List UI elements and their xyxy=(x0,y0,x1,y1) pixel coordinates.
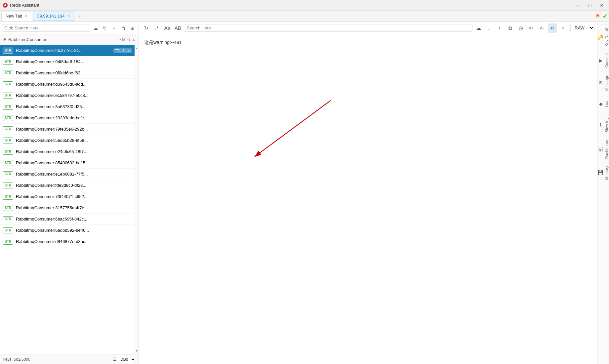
key-detail-label: Key Detail xyxy=(605,28,609,46)
tab-ip[interactable]: 39.99.141.194 ✕ xyxy=(33,12,74,21)
refresh-value-button[interactable]: ↻ xyxy=(142,23,151,33)
nav-up-button[interactable]: ↑ xyxy=(495,23,504,33)
key-list-item[interactable]: STRRabbitmqConsumer:29283edd-bcfc... xyxy=(0,112,135,124)
scroll-up-icon[interactable]: ▲ xyxy=(131,37,136,42)
key-list-item[interactable]: STRRabbitmqConsumer:79fe35e6-292b... xyxy=(0,124,135,135)
list-view-icon[interactable]: ☰ xyxy=(113,357,117,362)
sidebar-tab-dashboard[interactable]: 📊 Dashboard xyxy=(597,136,609,162)
key-list-item[interactable]: STRRabbitmqConsumer:e1eb6081-77f5... xyxy=(0,169,135,180)
nav-down-button[interactable]: ↓ xyxy=(484,23,494,33)
value-toolbar: ↻ .* Aa AB ☁ ↓ ↑ ⧉ ◎ A+ A- ↵ ≡ RAW JSON … xyxy=(139,22,597,34)
list-scroll-up[interactable]: ▲ xyxy=(135,46,139,51)
title-bar: Redis Assistant — □ ✕ xyxy=(0,0,609,11)
list-scroll-down[interactable]: ▼ xyxy=(135,348,139,353)
tab-add-button[interactable]: + xyxy=(75,12,84,21)
key-name: RabbitmqConsumer:fde3d8c0-df28... xyxy=(16,183,86,188)
key-name: RabbitmqConsumer:d946877e-d3ac... xyxy=(16,239,89,244)
value-search-input[interactable] xyxy=(184,24,472,32)
sidebar-tab-key-detail[interactable]: 🔑 Key Detail xyxy=(597,24,609,50)
key-name: RabbitmqConsumer:3a6373f0-d25... xyxy=(16,104,85,109)
flag-icon: ⚑ xyxy=(595,13,600,19)
cloud-search-button[interactable]: ☁ xyxy=(92,24,100,32)
add-key-button[interactable]: + xyxy=(110,24,118,32)
sidebar-tab-slowlog[interactable]: ↩ Slow log xyxy=(597,114,609,136)
collapse-icon[interactable]: ▼ xyxy=(3,37,7,42)
key-list-item[interactable]: STRRabbitmqConsumer:fdc377ec-31...TTL:5m… xyxy=(0,45,135,56)
key-list-item[interactable]: STRRabbitmqConsumer:56d65b28-8f58... xyxy=(0,135,135,146)
word-button[interactable]: AB xyxy=(173,23,183,33)
check-icon: ✔ xyxy=(603,13,608,20)
key-list-item[interactable]: STRRabbitmqConsumer:3157755a-4f7e... xyxy=(0,202,135,214)
regex-button[interactable]: .* xyxy=(152,23,161,33)
refresh-button[interactable]: ↻ xyxy=(101,24,109,32)
key-name: RabbitmqConsumer:ec584797-e0c8... xyxy=(16,93,89,98)
key-name: RabbitmqConsumer:6adbd592-9e46... xyxy=(16,228,89,233)
key-type-badge: STR xyxy=(3,138,13,143)
sidebar-tab-lua[interactable]: ◆ Lua xyxy=(597,94,609,114)
search-bar: ☁ ↻ + 🗑 ⊞ xyxy=(0,22,139,34)
cloud-icon-right[interactable]: ☁ xyxy=(474,23,483,33)
key-list-item[interactable]: STRRabbitmqConsumer:fde3d8c0-df28... xyxy=(0,180,135,191)
key-list-item[interactable]: STRRabbitmqConsumer:ec584797-e0c8... xyxy=(0,90,135,101)
key-name: RabbitmqConsumer:3157755a-4f7e... xyxy=(16,205,88,210)
sidebar-tab-message[interactable]: ✉ Message xyxy=(597,71,609,94)
key-list-item[interactable]: STRRabbitmqConsumer:0f0dd6bc-f63... xyxy=(0,67,135,79)
lua-label: Lua xyxy=(605,101,609,107)
copy-button[interactable]: ⧉ xyxy=(506,23,515,33)
list-scrollbar[interactable]: ▲ ▼ xyxy=(135,45,139,354)
eye-button[interactable]: ◎ xyxy=(516,23,525,33)
message-label: Message xyxy=(605,75,609,91)
key-detail-icon: 🔑 xyxy=(598,34,603,40)
tab-label-ip: 39.99.141.194 xyxy=(37,14,64,19)
tab-close-ip[interactable]: ✕ xyxy=(67,14,70,18)
right-sidebar: 🔑 Key Detail ▶ Console ✉ Message ◆ Lua ↩… xyxy=(597,22,609,364)
tab-close-new[interactable]: ✕ xyxy=(25,14,28,18)
svg-point-1 xyxy=(4,4,6,6)
delete-key-button[interactable]: 🗑 xyxy=(119,24,127,32)
key-list-item[interactable]: STRRabbitmqConsumer:3a6373f0-d25... xyxy=(0,101,135,112)
key-type-badge: STR xyxy=(3,149,13,155)
key-name: RabbitmqConsumer:fdc377ec-31... xyxy=(16,48,83,53)
key-name: RabbitmqConsumer:d39643d0-add... xyxy=(16,82,87,87)
db-select[interactable]: DB0 DB1 DB2 DB3 xyxy=(117,356,136,363)
minimize-button[interactable]: — xyxy=(573,1,583,10)
case-sensitive-button[interactable]: Aa xyxy=(163,23,172,33)
search-input[interactable] xyxy=(2,24,90,32)
memory-label: Memory xyxy=(605,166,609,180)
key-list-item[interactable]: STRRabbitmqConsumer:73f44071-c652... xyxy=(0,191,135,202)
key-name: RabbitmqConsumer:0f0dd6bc-f63... xyxy=(16,70,84,75)
key-list-item[interactable]: STRRabbitmqConsumer:94f8dadf-184... xyxy=(0,56,135,67)
sidebar-tab-memory[interactable]: 💾 Memory xyxy=(597,162,609,183)
value-text: 这是warning:--491 xyxy=(144,40,182,45)
key-type-badge: STR xyxy=(3,48,13,54)
key-list-item[interactable]: STRRabbitmqConsumer:6adbd592-9e46... xyxy=(0,225,135,236)
key-type-badge: STR xyxy=(3,216,13,222)
keys-count: Keys=502/5000 xyxy=(3,357,111,362)
sidebar-tab-console[interactable]: ▶ Console xyxy=(597,50,609,71)
slowlog-icon: ↩ xyxy=(598,123,603,127)
font-increase-button[interactable]: A+ xyxy=(527,23,536,33)
window-controls: — □ ✕ xyxy=(573,1,606,10)
key-list-item[interactable]: STRRabbitmqConsumer:d39643d0-add... xyxy=(0,79,135,90)
tab-label: New Tab xyxy=(6,14,22,19)
close-button[interactable]: ✕ xyxy=(597,1,606,10)
key-list-item[interactable]: STRRabbitmqConsumer:6bac695f-842c... xyxy=(0,214,135,225)
list-format-button[interactable]: ≡ xyxy=(558,23,568,33)
key-list-item[interactable]: STRRabbitmqConsumer:e24c6c65-48f7... xyxy=(0,146,135,157)
key-name: RabbitmqConsumer:94f8dadf-184... xyxy=(16,59,84,64)
tab-new-tab[interactable]: New Tab ✕ xyxy=(1,12,32,21)
right-panel: ↻ .* Aa AB ☁ ↓ ↑ ⧉ ◎ A+ A- ↵ ≡ RAW JSON … xyxy=(139,22,597,364)
key-type-badge: STR xyxy=(3,160,13,166)
tab-bar: New Tab ✕ 39.99.141.194 ✕ + ⚑ ✔ xyxy=(0,11,609,22)
format-select[interactable]: RAW JSON HEX xyxy=(570,24,594,32)
enter-button[interactable]: ↵ xyxy=(548,23,557,33)
key-list: STRRabbitmqConsumer:fdc377ec-31...TTL:5m… xyxy=(0,45,135,354)
key-type-badge: STR xyxy=(3,93,13,99)
maximize-button[interactable]: □ xyxy=(585,1,594,10)
key-list-item[interactable]: STRRabbitmqConsumer:d946877e-d3ac... xyxy=(0,236,135,247)
more-button[interactable]: ⊞ xyxy=(129,24,137,32)
status-bar: Keys=502/5000 ☰ DB0 DB1 DB2 DB3 xyxy=(0,354,139,364)
font-decrease-button[interactable]: A- xyxy=(537,23,547,33)
dashboard-label: Dashboard xyxy=(605,140,609,159)
key-list-item[interactable]: STRRabbitmqConsumer:85400632-ba15... xyxy=(0,157,135,169)
